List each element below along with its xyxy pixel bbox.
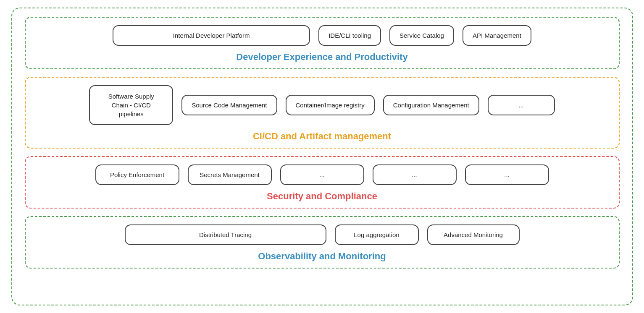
security-section-label: Security and Compliance [34, 189, 610, 202]
cicd-section-label: CI/CD and Artifact management [34, 129, 610, 142]
card-cicd-ellipsis: ... [488, 95, 555, 115]
card-container-registry: Container/Image registry [286, 95, 375, 115]
card-service-catalog: Service Catalog [389, 25, 454, 46]
observability-section: Distributed Tracing Log aggregation Adva… [25, 216, 620, 269]
dev-section-label: Developer Experience and Productivity [34, 50, 610, 63]
dev-cards-row: Internal Developer Platform IDE/CLI tool… [34, 25, 610, 46]
observability-section-label: Observability and Monitoring [34, 249, 610, 262]
card-security-ellipsis-3: ... [465, 164, 549, 185]
card-advanced-monitoring: Advanced Monitoring [427, 224, 520, 245]
card-supply-chain: Software Supply Chain - CI/CD pipelines [89, 85, 173, 125]
cicd-cards-row: Software Supply Chain - CI/CD pipelines … [34, 85, 610, 125]
card-secrets-mgmt: Secrets Management [188, 164, 272, 185]
main-container: Internal Developer Platform IDE/CLI tool… [11, 8, 633, 305]
dev-experience-section: Internal Developer Platform IDE/CLI tool… [25, 17, 620, 69]
card-distributed-tracing: Distributed Tracing [125, 224, 326, 245]
card-security-ellipsis-2: ... [373, 164, 457, 185]
observability-cards-row: Distributed Tracing Log aggregation Adva… [34, 224, 610, 245]
cicd-section: Software Supply Chain - CI/CD pipelines … [25, 77, 620, 149]
card-config-mgmt: Configuration Management [383, 95, 479, 115]
security-section: Policy Enforcement Secrets Management ..… [25, 156, 620, 209]
card-internal-dev-platform: Internal Developer Platform [113, 25, 310, 46]
card-policy-enforcement: Policy Enforcement [95, 164, 179, 185]
card-source-code: Source Code Management [181, 95, 277, 115]
card-log-aggregation: Log aggregation [335, 224, 419, 245]
card-security-ellipsis-1: ... [280, 164, 364, 185]
card-api-management: API Management [463, 25, 531, 46]
security-cards-row: Policy Enforcement Secrets Management ..… [34, 164, 610, 185]
card-ide-cli: IDE/CLI tooling [318, 25, 381, 46]
